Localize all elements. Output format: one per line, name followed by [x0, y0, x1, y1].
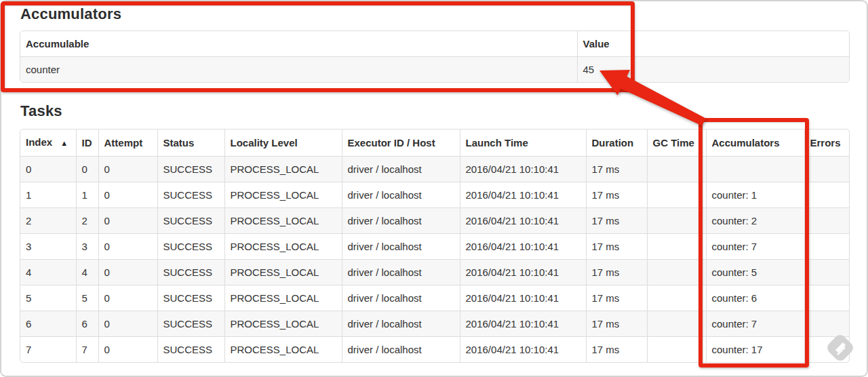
cell-executor-id-host: driver / localhost	[342, 157, 460, 182]
column-header-accumulable[interactable]: Accumulable	[20, 31, 577, 57]
cell-index: 2	[20, 208, 76, 234]
cell-index: 7	[20, 337, 76, 363]
tasks-table: Index▲IDAttemptStatusLocality LevelExecu…	[20, 130, 850, 362]
table-row: counter45	[20, 57, 850, 83]
cell-locality-level: PROCESS_LOCAL	[224, 260, 342, 285]
cell-errors	[804, 337, 850, 363]
column-header-launch-time[interactable]: Launch Time	[460, 130, 586, 157]
cell-executor-id-host: driver / localhost	[342, 337, 460, 363]
column-header-index[interactable]: Index▲	[20, 130, 76, 157]
cell-launch-time: 2016/04/21 10:10:41	[460, 337, 586, 363]
cell-executor-id-host: driver / localhost	[342, 285, 460, 311]
cell-attempt: 0	[98, 182, 157, 208]
cell-accumulators: counter: 6	[706, 285, 804, 311]
cell-accumulators	[706, 157, 804, 182]
cell-launch-time: 2016/04/21 10:10:41	[460, 285, 586, 311]
cell-duration: 17 ms	[586, 285, 647, 311]
cell-executor-id-host: driver / localhost	[342, 208, 460, 234]
cell-duration: 17 ms	[586, 260, 647, 285]
cell-locality-level: PROCESS_LOCAL	[224, 337, 342, 363]
cell-index: 6	[20, 311, 76, 337]
column-header-errors[interactable]: Errors	[804, 130, 850, 157]
table-row: 000SUCCESSPROCESS_LOCALdriver / localhos…	[20, 157, 850, 182]
cell-gc-time	[647, 182, 706, 208]
cell-locality-level: PROCESS_LOCAL	[224, 311, 342, 337]
cell-id: 6	[76, 311, 98, 337]
column-header-attempt[interactable]: Attempt	[98, 130, 157, 157]
cell-attempt: 0	[98, 208, 157, 234]
sort-ascending-icon: ▲	[60, 139, 68, 147]
cell-executor-id-host: driver / localhost	[342, 182, 460, 208]
cell-locality-level: PROCESS_LOCAL	[224, 157, 342, 182]
cell-status: SUCCESS	[157, 157, 224, 182]
column-header-locality-level[interactable]: Locality Level	[224, 130, 342, 157]
cell-executor-id-host: driver / localhost	[342, 234, 460, 260]
cell-status: SUCCESS	[157, 234, 224, 260]
cell-index: 5	[20, 285, 76, 311]
cell-launch-time: 2016/04/21 10:10:41	[460, 234, 586, 260]
cell-errors	[804, 157, 850, 182]
cell-index: 3	[20, 234, 76, 260]
cell-id: 2	[76, 208, 98, 234]
cell-id: 7	[76, 337, 98, 363]
accumulators-table: AccumulableValue counter45	[20, 31, 850, 82]
table-row: 220SUCCESSPROCESS_LOCALdriver / localhos…	[20, 208, 850, 234]
cell-attempt: 0	[98, 234, 157, 260]
cell-id: 4	[76, 260, 98, 285]
cell-errors	[804, 260, 850, 285]
cell-locality-level: PROCESS_LOCAL	[224, 234, 342, 260]
cell-accumulable: counter	[20, 57, 577, 83]
cell-accumulators: counter: 2	[706, 208, 804, 234]
cell-id: 0	[76, 157, 98, 182]
tasks-header-row: Index▲IDAttemptStatusLocality LevelExecu…	[20, 130, 850, 157]
cell-status: SUCCESS	[157, 208, 224, 234]
cell-attempt: 0	[98, 285, 157, 311]
page-content: Accumulators AccumulableValue counter45 …	[0, 0, 868, 363]
table-row: 550SUCCESSPROCESS_LOCALdriver / localhos…	[20, 285, 850, 311]
cell-id: 3	[76, 234, 98, 260]
cell-executor-id-host: driver / localhost	[342, 311, 460, 337]
cell-attempt: 0	[98, 311, 157, 337]
cell-launch-time: 2016/04/21 10:10:41	[460, 182, 586, 208]
cell-executor-id-host: driver / localhost	[342, 260, 460, 285]
column-header-executor-id-host[interactable]: Executor ID / Host	[342, 130, 460, 157]
cell-status: SUCCESS	[157, 260, 224, 285]
column-header-duration[interactable]: Duration	[586, 130, 647, 157]
tasks-section-heading: Tasks	[20, 102, 850, 120]
cell-gc-time	[647, 311, 706, 337]
cell-gc-time	[647, 157, 706, 182]
cell-launch-time: 2016/04/21 10:10:41	[460, 260, 586, 285]
cell-errors	[804, 208, 850, 234]
column-header-accumulators[interactable]: Accumulators	[706, 130, 804, 157]
cell-gc-time	[647, 285, 706, 311]
cell-status: SUCCESS	[157, 285, 224, 311]
cell-duration: 17 ms	[586, 234, 647, 260]
cell-index: 1	[20, 182, 76, 208]
table-row: 440SUCCESSPROCESS_LOCALdriver / localhos…	[20, 260, 850, 285]
accumulators-header-row: AccumulableValue	[20, 31, 850, 57]
cell-errors	[804, 234, 850, 260]
table-row: 330SUCCESSPROCESS_LOCALdriver / localhos…	[20, 234, 850, 260]
table-row: 770SUCCESSPROCESS_LOCALdriver / localhos…	[20, 337, 850, 363]
cell-gc-time	[647, 260, 706, 285]
cell-attempt: 0	[98, 157, 157, 182]
column-header-gc-time[interactable]: GC Time	[647, 130, 706, 157]
column-header-status[interactable]: Status	[157, 130, 224, 157]
cell-status: SUCCESS	[157, 337, 224, 363]
cell-duration: 17 ms	[586, 337, 647, 363]
cell-launch-time: 2016/04/21 10:10:41	[460, 208, 586, 234]
cell-errors	[804, 182, 850, 208]
cell-attempt: 0	[98, 337, 157, 363]
tasks-table-wrap: Index▲IDAttemptStatusLocality LevelExecu…	[20, 129, 850, 363]
cell-gc-time	[647, 337, 706, 363]
cell-value: 45	[577, 57, 850, 83]
cell-errors	[804, 311, 850, 337]
table-row: 110SUCCESSPROCESS_LOCALdriver / localhos…	[20, 182, 850, 208]
cell-accumulators: counter: 5	[706, 260, 804, 285]
cell-duration: 17 ms	[586, 157, 647, 182]
cell-errors	[804, 285, 850, 311]
cell-duration: 17 ms	[586, 182, 647, 208]
accumulators-table-wrap: AccumulableValue counter45	[20, 31, 850, 83]
column-header-value[interactable]: Value	[577, 31, 850, 57]
column-header-id[interactable]: ID	[76, 130, 98, 157]
